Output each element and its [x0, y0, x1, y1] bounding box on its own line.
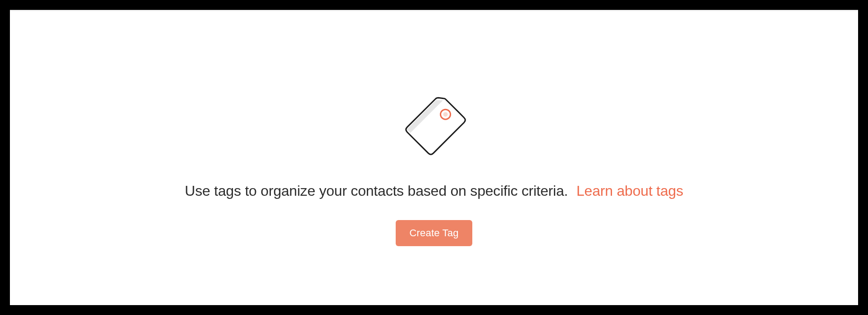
- learn-about-tags-link[interactable]: Learn about tags: [576, 183, 683, 199]
- tag-icon: [396, 88, 472, 165]
- outer-frame: Use tags to organize your contacts based…: [0, 0, 868, 315]
- description-text: Use tags to organize your contacts based…: [185, 183, 568, 199]
- create-tag-button[interactable]: Create Tag: [396, 220, 472, 246]
- empty-state-description: Use tags to organize your contacts based…: [185, 183, 683, 199]
- empty-state-panel: Use tags to organize your contacts based…: [10, 10, 858, 305]
